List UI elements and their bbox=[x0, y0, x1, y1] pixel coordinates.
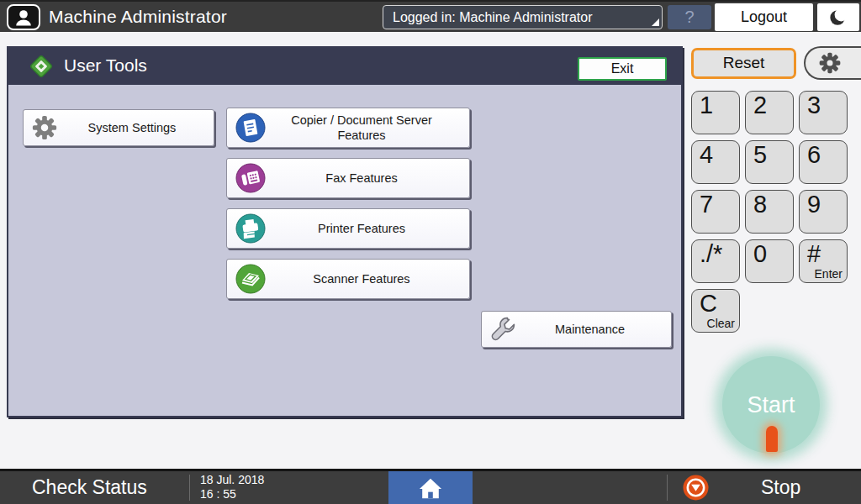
key-4[interactable]: 4 bbox=[691, 140, 740, 184]
key-0[interactable]: 0 bbox=[745, 239, 794, 283]
login-status-label: Logged in: Machine Administrator bbox=[393, 10, 592, 24]
settings-pill-button[interactable] bbox=[804, 46, 861, 80]
logout-button[interactable]: Logout bbox=[715, 3, 813, 31]
person-icon bbox=[13, 8, 34, 28]
key-9[interactable]: 9 bbox=[799, 190, 848, 234]
maintenance-button[interactable]: Maintenance bbox=[481, 311, 672, 348]
key-6[interactable]: 6 bbox=[799, 140, 848, 184]
key-clear[interactable]: C Clear bbox=[691, 289, 740, 333]
reset-button[interactable]: Reset bbox=[691, 48, 796, 79]
divider bbox=[189, 475, 190, 501]
user-tools-panel: User Tools Exit System Settings bbox=[7, 46, 683, 417]
page-title: Machine Administrator bbox=[49, 2, 227, 34]
bottom-bar: Check Status 18 Jul. 2018 16 : 55 Stop bbox=[0, 469, 861, 504]
key-hash-enter[interactable]: # Enter bbox=[799, 239, 848, 283]
start-label: Start bbox=[747, 392, 795, 418]
user-badge-icon bbox=[7, 4, 40, 30]
home-button[interactable] bbox=[388, 471, 473, 504]
key-7[interactable]: 7 bbox=[691, 190, 740, 234]
date-label: 18 Jul. 2018 bbox=[200, 473, 264, 487]
scanner-features-button[interactable]: Scanner Features bbox=[226, 259, 470, 299]
copier-document-server-features-button[interactable]: Copier / Document Server Features bbox=[226, 108, 470, 148]
fax-features-button[interactable]: Fax Features bbox=[226, 158, 470, 198]
fax-icon bbox=[235, 162, 267, 194]
exit-button[interactable]: Exit bbox=[578, 57, 667, 81]
key-2[interactable]: 2 bbox=[745, 91, 794, 134]
panel-header: User Tools Exit bbox=[8, 48, 681, 85]
copier-icon bbox=[235, 112, 267, 144]
scanner-icon bbox=[235, 263, 267, 295]
check-status-button[interactable]: Check Status bbox=[32, 471, 147, 504]
gear-icon bbox=[817, 50, 843, 76]
divider bbox=[667, 475, 668, 501]
system-settings-button[interactable]: System Settings bbox=[23, 109, 214, 146]
dropdown-corner-icon bbox=[652, 18, 659, 26]
key-8[interactable]: 8 bbox=[745, 190, 794, 234]
start-indicator-led bbox=[766, 426, 778, 452]
stop-icon bbox=[683, 475, 709, 501]
energy-saver-button[interactable] bbox=[817, 3, 859, 31]
home-icon bbox=[418, 476, 443, 500]
moon-icon bbox=[827, 6, 850, 29]
key-5[interactable]: 5 bbox=[745, 140, 794, 184]
key-3[interactable]: 3 bbox=[799, 91, 848, 134]
stop-button[interactable]: Stop bbox=[761, 471, 800, 504]
help-button[interactable]: ? bbox=[668, 5, 711, 29]
enter-label: Enter bbox=[815, 267, 843, 281]
number-keypad: 1 2 3 4 5 6 7 8 9 ./* 0 # Enter C Clear bbox=[691, 91, 848, 333]
key-1[interactable]: 1 bbox=[691, 91, 740, 134]
login-status-dropdown[interactable]: Logged in: Machine Administrator bbox=[383, 5, 663, 29]
printer-features-button[interactable]: Printer Features bbox=[226, 208, 470, 249]
top-bar: Machine Administrator Logged in: Machine… bbox=[0, 0, 861, 32]
key-dot-star[interactable]: ./* bbox=[691, 239, 740, 283]
panel-title: User Tools bbox=[64, 48, 147, 85]
clear-label: Clear bbox=[707, 317, 735, 330]
user-tools-icon bbox=[29, 54, 54, 79]
time-label: 16 : 55 bbox=[200, 487, 264, 501]
gear-icon bbox=[31, 114, 58, 141]
datetime-display: 18 Jul. 2018 16 : 55 bbox=[200, 473, 264, 501]
printer-icon bbox=[235, 213, 267, 244]
wrench-icon bbox=[489, 316, 516, 343]
